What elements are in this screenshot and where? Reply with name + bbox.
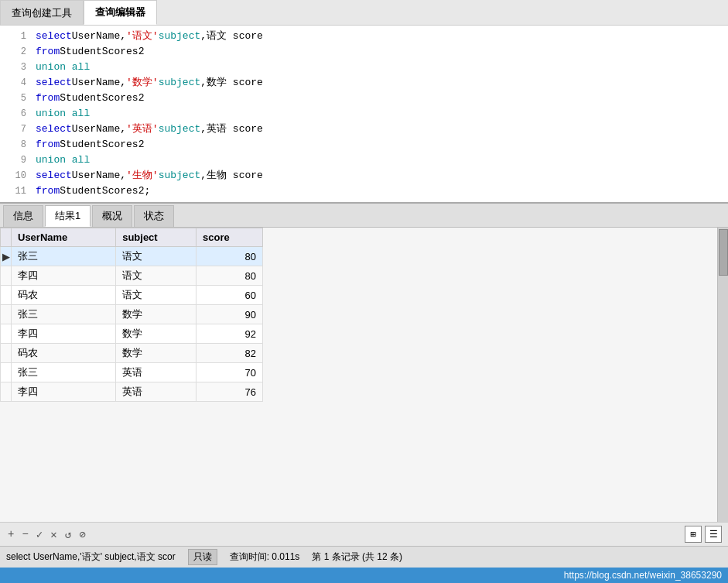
status-bar: select UserName,'语文' subject,语文 scor 只读 …: [0, 546, 728, 568]
table-row[interactable]: ▶张三语文80: [1, 247, 263, 266]
add-icon[interactable]: +: [6, 526, 15, 542]
code-token: select: [36, 122, 72, 137]
code-token: ,语文 score: [200, 29, 263, 44]
readonly-badge: 只读: [188, 549, 217, 565]
cell-username: 张三: [12, 305, 116, 324]
line-number: 5: [3, 91, 26, 106]
line-number: 9: [3, 153, 26, 168]
refresh-icon[interactable]: ↺: [63, 526, 73, 543]
row-indicator: [1, 344, 12, 363]
list-view-btn[interactable]: ☰: [705, 526, 722, 543]
table-row[interactable]: 码农数学82: [1, 344, 263, 363]
view-toggle: ⊞ ☰: [685, 526, 722, 543]
cell-username: 张三: [12, 247, 116, 266]
code-token: from: [36, 91, 60, 106]
code-editor: 1select UserName,'语文' subject,语文 score2f…: [0, 26, 728, 204]
cell-score: 92: [197, 324, 263, 344]
column-header-indicator: [1, 228, 12, 247]
cell-username: 李四: [12, 324, 116, 344]
url-text: https://blog.csdn.net/weixin_38653290: [564, 570, 722, 581]
table-row[interactable]: 张三英语70: [1, 363, 263, 382]
action-bar: + − ✓ ✕ ↺ ⊘ ⊞ ☰: [0, 522, 728, 546]
table-row[interactable]: 张三数学90: [1, 305, 263, 324]
table-row[interactable]: 李四英语76: [1, 382, 263, 402]
code-token: StudentScores2: [60, 137, 144, 153]
code-line: 9union all: [0, 153, 728, 168]
result-table: UserNamesubjectscore ▶张三语文80李四语文80码农语文60…: [0, 228, 263, 402]
scrollbar-thumb[interactable]: [719, 229, 728, 276]
code-token: StudentScores2: [60, 44, 144, 60]
query-time: 查询时间: 0.011s: [230, 550, 300, 564]
code-line: 2from StudentScores2: [0, 44, 728, 60]
code-token: '英语': [126, 122, 159, 137]
result-tabs: 信息结果1概况状态: [0, 204, 728, 228]
line-number: 8: [3, 137, 26, 153]
line-number: 10: [3, 168, 26, 183]
grid-view-btn[interactable]: ⊞: [685, 526, 702, 543]
table-container[interactable]: UserNamesubjectscore ▶张三语文80李四语文80码农语文60…: [0, 228, 717, 522]
table-row[interactable]: 李四语文80: [1, 266, 263, 286]
url-bar: https://blog.csdn.net/weixin_38653290: [0, 568, 728, 583]
code-token: UserName,: [72, 75, 126, 91]
code-line: 6union all: [0, 106, 728, 122]
status-left: select UserName,'语文' subject,语文 scor 只读 …: [6, 549, 402, 565]
result-tab-状态[interactable]: 状态: [134, 205, 174, 227]
code-token: union all: [36, 106, 90, 122]
code-token: '数学': [126, 75, 159, 91]
line-number: 11: [3, 183, 26, 199]
code-token: StudentScores2;: [60, 183, 150, 199]
code-token: union all: [36, 153, 90, 168]
cell-subject: 数学: [116, 324, 197, 344]
code-token: from: [36, 44, 60, 60]
block-icon[interactable]: ⊘: [77, 526, 87, 543]
table-row[interactable]: 李四数学92: [1, 324, 263, 344]
cell-username: 李四: [12, 266, 116, 286]
confirm-icon[interactable]: ✓: [35, 526, 44, 543]
column-header-score: score: [197, 228, 263, 247]
tab-query-builder[interactable]: 查询创建工具: [0, 0, 84, 25]
line-number: 7: [3, 122, 26, 137]
result-tab-概况[interactable]: 概况: [92, 205, 132, 227]
result-tab-结果1[interactable]: 结果1: [45, 205, 91, 227]
cell-score: 60: [197, 286, 263, 305]
line-number: 3: [3, 60, 26, 75]
line-number: 6: [3, 106, 26, 122]
code-token: subject: [159, 122, 201, 137]
line-number: 1: [3, 29, 26, 44]
code-token: StudentScores2: [60, 91, 144, 106]
code-token: '语文': [126, 29, 159, 44]
cell-subject: 数学: [116, 344, 197, 363]
code-token: select: [36, 75, 72, 91]
cell-username: 李四: [12, 382, 116, 402]
cell-subject: 语文: [116, 266, 197, 286]
column-header-UserName: UserName: [12, 228, 116, 247]
cell-username: 张三: [12, 363, 116, 382]
code-token: from: [36, 183, 60, 199]
tab-query-editor[interactable]: 查询编辑器: [84, 0, 157, 25]
cell-score: 76: [197, 382, 263, 402]
code-line: 5from StudentScores2: [0, 91, 728, 106]
result-tab-信息[interactable]: 信息: [3, 205, 43, 227]
code-token: ,数学 score: [200, 75, 263, 91]
cell-score: 80: [197, 266, 263, 286]
cell-score: 70: [197, 363, 263, 382]
code-line: 7select UserName,'英语' subject,英语 score: [0, 122, 728, 137]
code-token: '生物': [126, 168, 159, 183]
cell-score: 82: [197, 344, 263, 363]
remove-icon[interactable]: −: [20, 526, 29, 542]
cell-subject: 英语: [116, 382, 197, 402]
cell-score: 80: [197, 247, 263, 266]
cancel-icon[interactable]: ✕: [49, 526, 58, 543]
cell-subject: 语文: [116, 247, 197, 266]
code-line: 10select UserName,'生物' subject,生物 score: [0, 168, 728, 183]
code-token: UserName,: [72, 122, 126, 137]
code-token: UserName,: [72, 29, 126, 44]
code-line: 8from StudentScores2: [0, 137, 728, 153]
row-indicator: [1, 305, 12, 324]
table-row[interactable]: 码农语文60: [1, 286, 263, 305]
code-line: 11from StudentScores2;: [0, 183, 728, 199]
code-token: subject: [159, 29, 201, 44]
code-token: from: [36, 137, 60, 153]
scrollbar-right[interactable]: [717, 228, 728, 522]
row-indicator: [1, 363, 12, 382]
